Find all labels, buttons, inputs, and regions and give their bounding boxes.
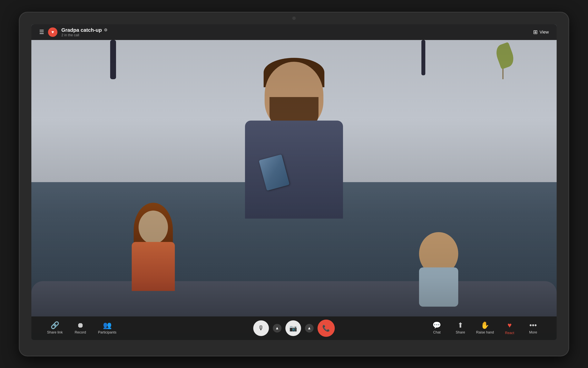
toolbar-left: 🔗 Share link ⏺ Record 👥 Participants [47,322,212,334]
toolbar: 🔗 Share link ⏺ Record 👥 Participants 🎙 [31,316,557,340]
mute-button[interactable]: 🎙 [253,320,269,336]
call-info: Gradpa catch-up ⚙ 2 in the call [61,27,108,37]
laptop-camera [292,17,296,20]
share-icon: ⬆ [457,322,463,329]
raise-hand-icon: ✋ [480,322,489,329]
participants-icon: 👥 [103,322,112,329]
screen: ☰ ♥ Gradpa catch-up ⚙ 2 in the call ⊞ Vi… [31,24,557,340]
video-button[interactable]: 📷 [285,320,301,336]
more-label: More [529,330,537,334]
share-label: Share [456,330,465,334]
toolbar-center: 🎙 ▲ 📷 ▲ 📞 [212,320,376,337]
end-call-button[interactable]: 📞 [317,320,335,337]
microphone-off-icon: 🎙 [258,324,264,332]
chevron-up-icon: ▲ [275,326,279,330]
call-title: Gradpa catch-up ⚙ [61,27,108,33]
record-label: Record [75,330,86,334]
raise-hand-label: Raise hand [476,330,494,334]
participants-label: Participants [98,330,117,334]
audio-options-button[interactable]: ▲ [273,324,281,332]
title-bar: ☰ ♥ Gradpa catch-up ⚙ 2 in the call ⊞ Vi… [31,24,557,40]
share-link-button[interactable]: 🔗 Share link [47,322,63,334]
camera-icon: 📷 [289,324,297,332]
participants-button[interactable]: 👥 Participants [98,322,117,334]
chat-label: Chat [433,330,441,334]
record-button[interactable]: ⏺ Record [72,322,88,334]
share-button[interactable]: ⬆ Share [452,322,468,334]
grid-view-icon: ⊞ [533,29,538,35]
chevron-up-icon-2: ▲ [307,326,311,330]
chat-icon: 💬 [432,322,441,329]
react-icon: ♥ [507,321,512,329]
react-button[interactable]: ♥ React [502,321,517,335]
title-right: ⊞ View [533,29,549,35]
share-link-icon: 🔗 [51,322,59,329]
view-label: View [540,30,549,35]
more-icon: ••• [529,322,537,329]
raise-hand-button[interactable]: ✋ Raise hand [476,322,494,334]
chat-button[interactable]: 💬 Chat [429,322,445,334]
share-link-label: Share link [47,330,63,334]
record-icon: ⏺ [77,322,84,329]
call-subtitle: 2 in the call [61,33,108,37]
more-button[interactable]: ••• More [525,322,541,334]
phone-end-icon: 📞 [322,324,330,332]
call-logo: ♥ [48,28,57,37]
video-area [31,24,557,340]
scene-overlay [31,24,557,340]
menu-icon[interactable]: ☰ [39,29,44,35]
view-button[interactable]: ⊞ View [533,29,549,35]
video-scene [31,24,557,340]
title-left: ☰ ♥ Gradpa catch-up ⚙ 2 in the call [39,27,108,37]
settings-icon[interactable]: ⚙ [104,28,108,32]
react-label: React [505,331,514,335]
toolbar-right: 💬 Chat ⬆ Share ✋ Raise hand ♥ React ••• [376,321,541,335]
call-title-text: Gradpa catch-up [61,27,102,33]
video-options-button[interactable]: ▲ [305,324,314,332]
laptop-frame: ☰ ♥ Gradpa catch-up ⚙ 2 in the call ⊞ Vi… [20,13,568,356]
